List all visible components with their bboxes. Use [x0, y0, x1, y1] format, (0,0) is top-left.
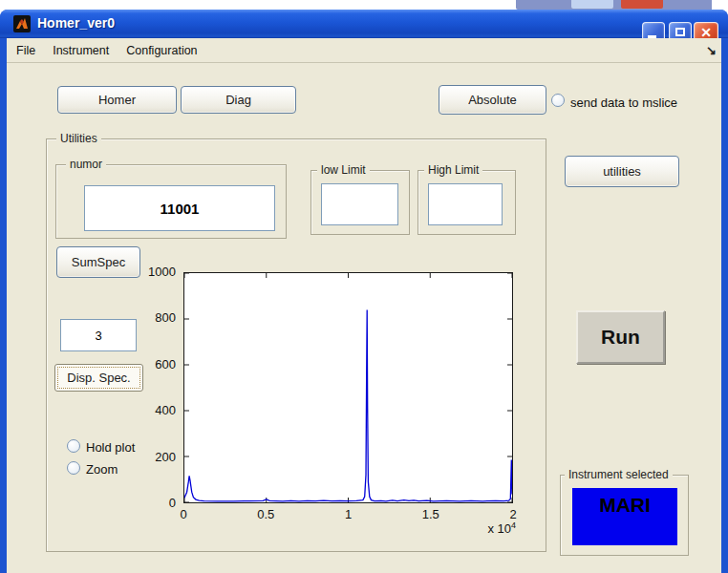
- sumspec-button[interactable]: SumSpec: [56, 246, 140, 278]
- menu-file[interactable]: File: [14, 42, 37, 59]
- utilities-group-label: Utilities: [56, 132, 101, 145]
- x-tick-label: 1.5: [407, 507, 455, 521]
- x-tick-label: 0.5: [242, 507, 289, 521]
- homer-button[interactable]: Homer: [57, 86, 177, 114]
- numor-input[interactable]: 11001: [84, 185, 275, 231]
- y-tick-label: 400: [134, 403, 176, 417]
- menu-configuration[interactable]: Configuration: [124, 42, 199, 59]
- y-tick-label: 200: [134, 450, 176, 464]
- run-button[interactable]: Run: [576, 310, 665, 364]
- hold-plot-radio-label: Hold plot: [86, 440, 135, 455]
- disp-spec-button[interactable]: Disp. Spec.: [54, 364, 143, 392]
- x-tick-label: 0: [160, 507, 207, 521]
- numor-group-label: numor: [66, 158, 106, 171]
- background-window-fragment: [516, 0, 712, 10]
- spec-number-input[interactable]: 3: [60, 319, 137, 351]
- menu-corner-arrow-icon[interactable]: ↘: [706, 43, 717, 57]
- x-tick-label: 2: [489, 507, 537, 521]
- instrument-group-label: Instrument selected: [565, 468, 673, 481]
- y-tick-label: 600: [134, 357, 176, 371]
- y-tick-label: 1000: [134, 265, 176, 279]
- background-window-button[interactable]: [571, 0, 613, 9]
- plot-canvas: [184, 273, 512, 502]
- absolute-button[interactable]: Absolute: [439, 85, 546, 115]
- window-title: Homer_ver0: [37, 15, 115, 31]
- utilities-button[interactable]: utilities: [565, 156, 679, 187]
- send-data-radio[interactable]: [551, 94, 565, 107]
- low-limit-input[interactable]: [321, 183, 398, 225]
- zoom-radio[interactable]: [67, 461, 80, 475]
- x-tick-label: 1: [325, 507, 373, 521]
- restore-icon: [675, 28, 685, 36]
- y-tick-label: 800: [134, 310, 176, 325]
- menu-instrument[interactable]: Instrument: [51, 42, 111, 59]
- x-axis-scale-label: x 104: [457, 520, 516, 536]
- high-limit-group-label: High Limit: [424, 163, 482, 177]
- diag-button[interactable]: Diag: [181, 86, 296, 114]
- background-window-close-button[interactable]: [621, 0, 663, 9]
- send-data-radio-label: send data to mslice: [570, 96, 677, 110]
- hold-plot-radio[interactable]: [67, 439, 80, 453]
- high-limit-input[interactable]: [428, 183, 503, 225]
- zoom-radio-label: Zoom: [86, 462, 118, 477]
- low-limit-group-label: low Limit: [317, 163, 370, 177]
- title-bar[interactable]: Homer_ver0 ✕: [0, 10, 728, 38]
- instrument-group: Instrument selected MARI: [560, 475, 689, 556]
- instrument-display: MARI: [572, 488, 677, 545]
- menu-bar: File Instrument Configuration: [7, 38, 721, 63]
- screen: Homer_ver0 ✕ File Instrument Configurati…: [0, 0, 728, 573]
- spectrum-plot[interactable]: [183, 272, 513, 503]
- matlab-logo-icon: [13, 15, 31, 32]
